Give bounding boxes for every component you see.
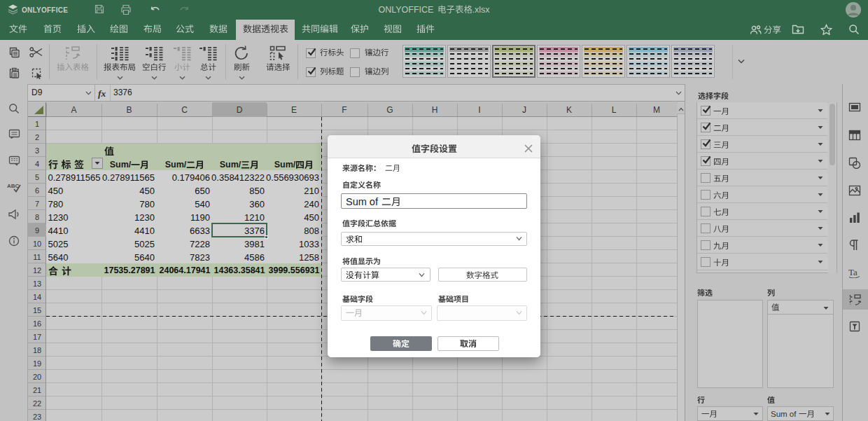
svg-text:Ta: Ta	[848, 267, 858, 277]
svg-text:ABC: ABC	[7, 183, 20, 189]
